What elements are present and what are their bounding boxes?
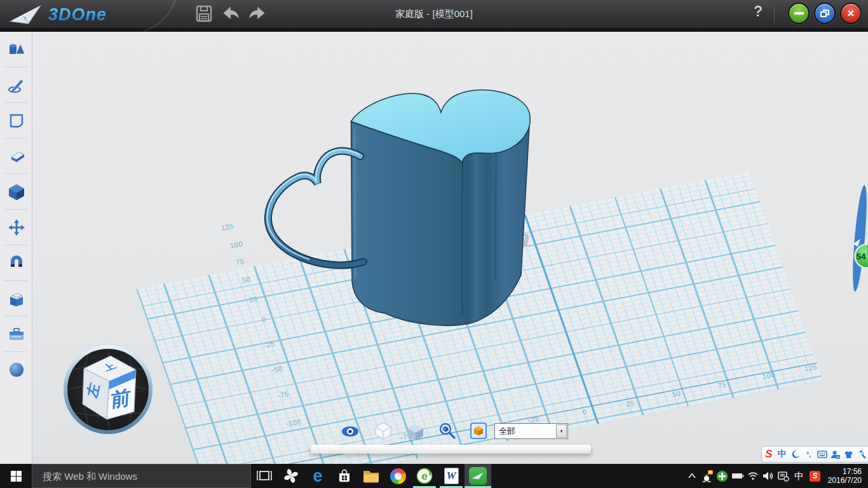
axis-label-y: 25	[248, 295, 258, 304]
moon-icon	[791, 450, 800, 459]
brand-name: 3DOne	[48, 5, 107, 25]
redo-button[interactable]	[248, 4, 267, 24]
undo-button[interactable]	[221, 4, 240, 24]
tray-sogou[interactable]: S	[808, 464, 823, 488]
axis-label-x: 25	[625, 399, 635, 408]
taskbar-app-360-browser[interactable]	[384, 464, 411, 488]
sketch-pen-icon	[8, 77, 25, 93]
search-input[interactable]	[32, 471, 250, 482]
display-filter-value: 全部	[495, 426, 556, 437]
sogou-ime-bar: S 中 °, 11	[761, 446, 868, 463]
sidebar-item-material-drawer[interactable]	[0, 316, 32, 352]
sogou-logo[interactable]: S	[763, 447, 775, 461]
soft-keyboard-button[interactable]	[816, 447, 828, 461]
keyboard-icon	[817, 451, 827, 458]
tray-wifi[interactable]	[745, 464, 761, 488]
tray-action-center[interactable]	[776, 464, 791, 488]
navcube-face-front[interactable]: 前	[111, 386, 132, 411]
zoom-magnifier-button[interactable]	[438, 423, 456, 440]
account-button[interactable]: 11	[829, 447, 841, 461]
skin-button[interactable]	[843, 447, 855, 461]
sidebar-item-assembly-magnet[interactable]	[0, 245, 32, 281]
ime-settings-button[interactable]	[856, 447, 868, 461]
sidebar-item-eraser[interactable]	[0, 139, 32, 174]
battery-icon	[731, 472, 744, 480]
notification-icon	[778, 471, 789, 482]
tray-show-hidden-button[interactable]	[684, 464, 700, 488]
sidebar-item-render[interactable]	[0, 352, 32, 388]
save-button[interactable]	[194, 4, 214, 24]
chevron-up-icon	[688, 473, 696, 479]
qq-penguin-icon	[701, 470, 714, 482]
sidebar-item-sketch-plane[interactable]	[0, 103, 32, 139]
minimize-button[interactable]	[788, 3, 810, 24]
taskbar-app-word[interactable]: W	[438, 464, 465, 488]
sidebar-item-special-features[interactable]	[0, 281, 32, 316]
word-icon: W	[444, 468, 459, 484]
taskbar-app-360-extreme[interactable]: e	[411, 464, 438, 488]
fullwidth-moon-button[interactable]	[789, 447, 801, 461]
axis-label-x: 75	[717, 381, 727, 390]
magnet-icon	[8, 255, 25, 271]
heart-mug-3d-model[interactable]	[257, 79, 553, 337]
windows-store-icon	[337, 468, 352, 484]
3done-app-icon	[469, 467, 487, 485]
display-filter-dropdown[interactable]: 全部 ▾	[494, 423, 568, 439]
taskbar-app-edge[interactable]: e	[304, 464, 331, 488]
sidebar-item-sketch-draw[interactable]	[0, 67, 32, 103]
sidebar-item-primitive-solids[interactable]	[0, 32, 32, 67]
task-view-button[interactable]	[251, 464, 278, 488]
render-sphere-icon	[8, 362, 25, 378]
taskbar-app-pinwheel[interactable]	[278, 464, 304, 488]
tray-battery[interactable]	[730, 464, 745, 488]
shaded-view-button[interactable]	[407, 423, 424, 441]
360-browser-icon	[390, 468, 406, 484]
wireframe-view-button[interactable]	[374, 421, 392, 440]
windows-logo-icon	[11, 471, 22, 482]
punctuation-button[interactable]: °,	[803, 447, 815, 461]
taskbar-app-file-explorer[interactable]	[358, 464, 384, 488]
mug-heart-handle	[267, 149, 363, 265]
start-button[interactable]	[0, 464, 32, 488]
tshirt-icon	[844, 451, 853, 459]
display-target-button[interactable]	[470, 422, 487, 440]
tray-qq[interactable]	[700, 464, 715, 488]
pinwheel-icon	[283, 468, 299, 484]
wifi-icon	[747, 471, 759, 480]
dropdown-arrow-button[interactable]: ▾	[556, 424, 567, 438]
app-logo: 3DOne	[9, 4, 107, 25]
tray-360-safe[interactable]	[715, 464, 730, 488]
primitive-solids-icon	[8, 41, 25, 58]
help-button[interactable]: ?	[750, 3, 766, 24]
move-arrows-icon	[8, 219, 25, 236]
tray-ime-indicator[interactable]: 中	[791, 470, 808, 482]
task-view-icon	[257, 470, 272, 482]
close-button[interactable]: ×	[840, 3, 862, 24]
green-e-browser-icon: e	[416, 468, 433, 484]
ime-mode-button[interactable]: 中	[776, 447, 788, 461]
collapsed-panel-handle[interactable]	[311, 445, 591, 454]
sogou-tray-icon: S	[810, 471, 820, 482]
sidebar-item-feature-modeling[interactable]	[0, 174, 32, 210]
svg-text:11: 11	[836, 454, 840, 458]
drawer-icon	[8, 327, 25, 342]
tray-volume[interactable]	[761, 464, 776, 488]
visibility-eye-button[interactable]	[341, 423, 360, 440]
wrench-icon	[858, 450, 867, 459]
sidebar-item-move-transform[interactable]	[0, 210, 32, 245]
mug-body	[351, 121, 530, 325]
side-pull-tab[interactable]	[850, 185, 868, 292]
axis-label-x: 50	[672, 390, 681, 398]
360-safe-icon	[716, 470, 728, 482]
taskbar-app-3done[interactable]	[465, 464, 491, 488]
restore-button[interactable]	[814, 3, 836, 24]
community-badge-count: 54	[857, 252, 866, 261]
special-box-icon	[8, 290, 25, 307]
taskbar-clock[interactable]: 17:56 2016/7/20	[823, 467, 868, 485]
taskbar-app-store[interactable]	[331, 464, 358, 488]
user-icon: 11	[831, 450, 840, 459]
axis-label-y: 75	[235, 257, 245, 266]
taskbar-search-box[interactable]	[32, 464, 251, 488]
view-navigation-cube[interactable]: 上 前 左	[60, 342, 156, 437]
windows-taskbar: e e	[0, 464, 868, 488]
